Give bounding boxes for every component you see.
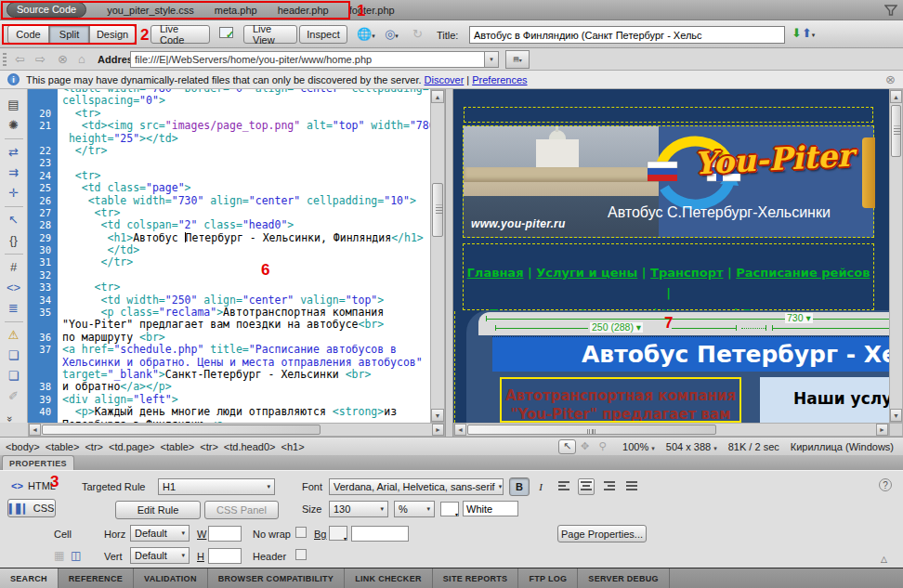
bg-color-swatch[interactable]: ▾	[329, 526, 347, 541]
tag-selector-item[interactable]: <body>	[6, 441, 40, 452]
css-mode-button[interactable]: ▍▋▎ CSS	[7, 499, 56, 517]
vert-align-select[interactable]: Default▾	[130, 547, 190, 564]
tag-selector-item[interactable]: <h1>	[281, 441, 305, 452]
scroll-down-icon[interactable]: ▼	[890, 409, 902, 422]
table-width-menu[interactable]: 730 ▾	[785, 313, 813, 323]
code-horizontal-scrollbar[interactable]: ◄ ►	[28, 423, 445, 437]
scroll-left-icon[interactable]: ◄	[29, 424, 41, 436]
address-input[interactable]	[130, 51, 485, 68]
close-infobar-icon[interactable]: ⊗	[885, 72, 896, 86]
scroll-right-icon[interactable]: ►	[432, 424, 444, 436]
design-view[interactable]: www.you-piter.ru You-Piter Автобус С.Пет…	[453, 89, 889, 423]
file-management-icon[interactable]: ⬇⬆▾	[792, 26, 815, 40]
apply-comment-icon[interactable]: ❏	[4, 346, 24, 365]
remove-comment-icon[interactable]: ❏	[4, 366, 24, 385]
cell-width-input[interactable]	[208, 526, 242, 542]
snippets-icon[interactable]: ✺	[4, 115, 24, 135]
tag-selector-item[interactable]: <table>	[46, 441, 80, 452]
code-vscroll-thumb[interactable]	[432, 183, 443, 237]
tag-selector-item[interactable]: <table>	[161, 441, 195, 452]
site-nav-link[interactable]: Главная	[467, 266, 524, 280]
forward-icon[interactable]: ⇨	[35, 52, 46, 66]
check-page-status-icon[interactable]: ✓	[219, 27, 234, 41]
split-cell-icon[interactable]: ◫	[71, 549, 81, 562]
align-right-icon[interactable]	[601, 479, 618, 496]
no-wrap-checkbox[interactable]	[295, 527, 307, 538]
back-icon[interactable]: ⇦	[15, 52, 25, 66]
cell-height-input[interactable]	[208, 548, 242, 564]
scroll-up-icon[interactable]: ▲	[890, 90, 902, 103]
table-width-bar[interactable]: 730 ▾ 250 (288) ▾	[478, 312, 889, 335]
italic-button[interactable]: I	[531, 477, 550, 496]
zoom-tool-icon[interactable]: ⚲	[594, 439, 611, 454]
window-size-select[interactable]: 504 x 388 ▾	[666, 441, 717, 452]
edit-rule-button[interactable]: Edit Rule	[115, 501, 201, 519]
format-source-icon[interactable]: ✐	[4, 386, 24, 406]
open-documents-icon[interactable]: ▤	[4, 95, 24, 114]
design-horizontal-scrollbar[interactable]: ◄ ►	[453, 423, 889, 437]
site-banner[interactable]: www.you-piter.ru You-Piter Автобус С.Пет…	[463, 125, 874, 238]
select-parent-tag-icon[interactable]: ↖	[4, 210, 24, 229]
column-width-menu[interactable]: 250 (288) ▾	[590, 322, 643, 333]
stop-icon[interactable]: ⊗	[58, 52, 68, 66]
site-nav-link[interactable]: Услуги и цены	[536, 266, 637, 280]
scroll-right-icon[interactable]: ►	[876, 424, 888, 436]
collapse-selection-icon[interactable]: ⇉	[4, 163, 24, 182]
balance-braces-icon[interactable]: {}	[4, 230, 24, 250]
results-tab-ftp-log[interactable]: FTP LOG	[518, 568, 578, 588]
reclama-cell[interactable]: Автотранспортная компания "You-Piter" пр…	[500, 377, 741, 423]
design-vscroll-thumb[interactable]	[891, 105, 901, 157]
align-left-icon[interactable]	[556, 479, 572, 496]
horz-align-select[interactable]: Default▾	[130, 525, 190, 542]
browser-compatibility-icon[interactable]: ◎▾	[385, 27, 399, 41]
filter-related-files-icon[interactable]	[884, 4, 897, 17]
help-icon[interactable]: ?	[879, 478, 892, 491]
syntax-error-alerts-icon[interactable]: ⚠	[4, 325, 24, 345]
title-input[interactable]	[469, 26, 785, 44]
results-tab-reference[interactable]: REFERENCE	[59, 568, 134, 588]
code-hscroll-thumb[interactable]	[42, 425, 321, 435]
expand-all-icon[interactable]: ✛	[4, 183, 24, 203]
bg-color-input[interactable]	[351, 526, 409, 542]
size-select[interactable]: 130▾	[329, 501, 388, 517]
results-tab-browser-compatibility[interactable]: BROWSER COMPATIBILITY	[208, 568, 345, 588]
design-vertical-scrollbar[interactable]: ▲ ▼	[889, 89, 903, 423]
bold-button[interactable]: B	[509, 477, 530, 496]
results-tab-link-checker[interactable]: LINK CHECKER	[345, 568, 433, 588]
address-dropdown-icon[interactable]: ▾	[484, 51, 499, 68]
preview-in-browser-icon[interactable]: 🌐▾	[357, 27, 375, 41]
pane-splitter[interactable]	[445, 89, 453, 437]
tag-selector-item[interactable]: <td.page>	[109, 441, 155, 452]
results-tab-validation[interactable]: VALIDATION	[134, 568, 208, 588]
results-tab-server-debug[interactable]: SERVER DEBUG	[578, 568, 669, 588]
text-color-value[interactable]	[463, 501, 518, 516]
collapse-full-tag-icon[interactable]: ⇄	[4, 142, 24, 162]
size-unit-select[interactable]: %▾	[394, 501, 435, 517]
properties-tab[interactable]: PROPERTIES	[2, 455, 74, 470]
code-vertical-scrollbar[interactable]: ▲ ▼	[430, 89, 445, 423]
text-color-swatch[interactable]: ▾	[440, 502, 459, 516]
toolbar-grip[interactable]	[3, 53, 7, 66]
site-nav-link[interactable]: Расписание рейсов	[736, 266, 870, 280]
design-hscroll-thumb[interactable]	[467, 425, 716, 435]
page-properties-button[interactable]: Page Properties...	[557, 525, 647, 542]
results-tab-site-reports[interactable]: SITE REPORTS	[433, 568, 519, 588]
highlight-invalid-code-icon[interactable]: <>	[4, 278, 24, 297]
align-center-icon[interactable]	[578, 478, 595, 495]
home-icon[interactable]: ⌂	[78, 52, 85, 66]
scroll-up-icon[interactable]: ▲	[431, 90, 444, 103]
live-view-button[interactable]: Live View	[243, 25, 297, 44]
collapse-coding-toolbar-icon[interactable]: »	[5, 416, 16, 422]
tag-selector-item[interactable]: <tr>	[200, 441, 218, 452]
preferences-link[interactable]: Preferences	[472, 74, 527, 85]
discover-link[interactable]: Discover	[425, 74, 465, 85]
select-tool-icon[interactable]: ↖	[558, 439, 576, 454]
header-checkbox[interactable]	[295, 549, 307, 560]
tag-selector-item[interactable]: <td.head0>	[224, 441, 276, 452]
view-options-icon[interactable]: ▤▾	[505, 50, 530, 69]
line-numbers-icon[interactable]: #	[4, 257, 24, 277]
font-select[interactable]: Verdana, Arial, Helvetica, sans-serif▾	[329, 478, 504, 495]
collapse-panel-icon[interactable]: △	[881, 555, 887, 564]
scroll-left-icon[interactable]: ◄	[454, 424, 466, 436]
live-code-button[interactable]: Live Code	[150, 25, 210, 44]
